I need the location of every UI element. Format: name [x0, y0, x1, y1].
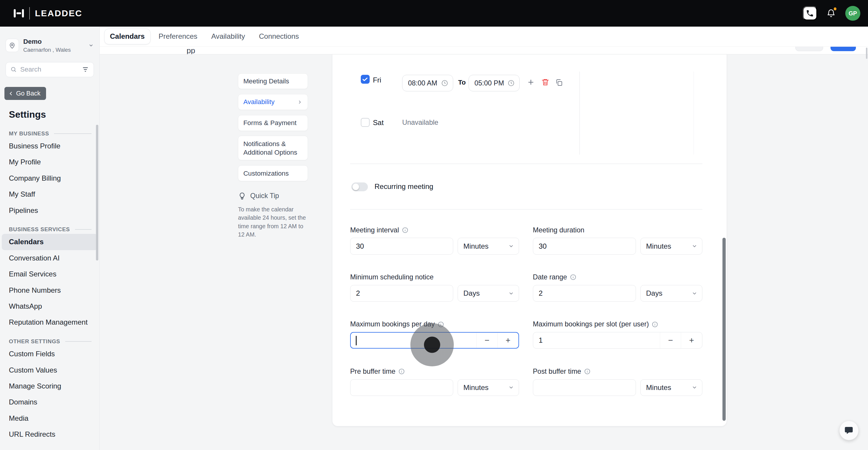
sidebar-item-custom-fields[interactable]: Custom Fields [0, 346, 99, 362]
back-arrow-icon [8, 91, 14, 96]
sidebar-item-pipelines[interactable]: Pipelines [0, 202, 99, 218]
nav-notifications-options[interactable]: Notifications & Additional Options [238, 136, 308, 160]
notifications-button[interactable] [826, 8, 836, 18]
info-icon[interactable] [398, 368, 405, 375]
tab-calendars[interactable]: Calendars [104, 29, 151, 44]
clock-icon [441, 80, 448, 87]
recurring-toggle[interactable] [351, 182, 368, 191]
date-range-input[interactable]: 2 [533, 285, 636, 302]
nav-forms-payment[interactable]: Forms & Payment [238, 115, 308, 131]
info-icon[interactable] [570, 274, 577, 281]
toggle-knob [352, 184, 359, 190]
calendar-settings-nav: Meeting Details Availability Forms & Pay… [238, 73, 308, 181]
nav-customizations[interactable]: Customizations [238, 165, 308, 181]
nav-label: Customizations [243, 169, 289, 178]
tab-preferences[interactable]: Preferences [153, 29, 203, 44]
sidebar-item-conversation-ai[interactable]: Conversation AI [0, 250, 99, 266]
go-back-button[interactable]: Go Back [4, 87, 46, 100]
window-scrollbar[interactable] [866, 48, 868, 59]
nav-availability[interactable]: Availability [238, 94, 308, 110]
decrement-button[interactable]: − [660, 332, 681, 348]
copy-icon[interactable] [555, 79, 563, 86]
location-selector[interactable]: Demo Caernarfon , Wales [6, 35, 94, 56]
location-text: Demo Caernarfon , Wales [23, 38, 84, 53]
sidebar-item-url-redirects[interactable]: URL Redirects [0, 426, 99, 442]
header-secondary-button-clipped[interactable] [795, 47, 823, 52]
minimum-notice-unit-select[interactable]: Days [458, 285, 519, 302]
sidebar-item-company-billing[interactable]: Company Billing [0, 170, 99, 186]
quick-tip-body: To make the calendar available 24 hours,… [238, 205, 309, 239]
chat-launcher[interactable] [839, 421, 859, 440]
chevron-down-icon [691, 290, 698, 297]
max-bookings-day-stepper[interactable]: − + [350, 332, 519, 348]
tabbar: Calendars Preferences Availability Conne… [100, 27, 868, 47]
field-max-bookings-per-slot: Maximum bookings per slot (per user) 1 −… [533, 320, 702, 349]
sidebar-item-calendars[interactable]: Calendars [2, 234, 98, 250]
field-label: Maximum bookings per slot (per user) [533, 320, 649, 328]
date-range-unit-select[interactable]: Days [640, 285, 702, 302]
day-label-sat: Sat [373, 118, 384, 127]
minimum-notice-input[interactable]: 2 [350, 285, 453, 302]
sidebar-item-business-profile[interactable]: Business Profile [0, 138, 99, 154]
day-label-fri: Fri [373, 76, 381, 84]
info-icon[interactable] [652, 321, 658, 328]
sidebar-item-manage-scoring[interactable]: Manage Scoring [0, 378, 99, 394]
sidebar-item-my-staff[interactable]: My Staff [0, 186, 99, 202]
decrement-button[interactable]: − [476, 333, 497, 348]
text-caret [356, 336, 356, 345]
tab-availability[interactable]: Availability [206, 29, 251, 44]
info-icon[interactable] [438, 321, 444, 328]
logo-icon [13, 8, 25, 18]
search-input[interactable] [20, 66, 79, 73]
search-filter-icon[interactable] [82, 66, 89, 73]
increment-button[interactable]: + [681, 332, 702, 348]
meeting-duration-input[interactable]: 30 [533, 238, 636, 254]
post-buffer-input[interactable] [533, 379, 636, 396]
meeting-interval-input[interactable]: 30 [350, 238, 453, 254]
sidebar-item-reputation-management[interactable]: Reputation Management [0, 314, 99, 330]
meeting-interval-unit-select[interactable]: Minutes [458, 238, 519, 254]
field-minimum-scheduling-notice: Minimum scheduling notice 2 Days [350, 273, 519, 302]
nav-meeting-details[interactable]: Meeting Details [238, 73, 308, 89]
field-meeting-duration: Meeting duration 30 Minutes [533, 226, 702, 255]
sidebar-item-media[interactable]: Media [0, 411, 99, 426]
fri-start-time-field[interactable]: 08:00 AM [402, 75, 453, 91]
sat-status: Unavailable [402, 118, 438, 126]
sidebar-scrollbar[interactable] [96, 125, 98, 260]
header-primary-button-clipped[interactable] [831, 47, 856, 52]
tab-connections[interactable]: Connections [253, 29, 305, 44]
avatar[interactable]: GP [845, 6, 860, 21]
phone-button[interactable] [803, 6, 817, 21]
sidebar-item-my-profile[interactable]: My Profile [0, 154, 99, 170]
content-scrollbar[interactable] [722, 238, 726, 421]
fri-end-time-field[interactable]: 05:00 PM [469, 75, 520, 91]
increment-button[interactable]: + [497, 333, 519, 348]
chevron-right-icon [297, 99, 303, 105]
field-label: Pre buffer time [350, 367, 395, 375]
add-slot-icon[interactable] [527, 78, 535, 86]
post-buffer-unit-select[interactable]: Minutes [640, 379, 702, 396]
max-bookings-slot-stepper[interactable]: 1 − + [533, 332, 702, 348]
max-bookings-slot-value[interactable]: 1 [533, 332, 660, 348]
info-icon[interactable] [584, 368, 591, 375]
sidebar-item-whatsapp[interactable]: WhatsApp [0, 298, 99, 314]
section-label-my-business: MY BUSINESS [0, 129, 99, 138]
max-bookings-day-value[interactable] [351, 333, 476, 348]
pre-buffer-input[interactable] [350, 379, 453, 396]
unit-value: Days [464, 289, 480, 298]
sidebar-item-domains[interactable]: Domains [0, 394, 99, 410]
field-label: Maximum bookings per day [350, 320, 435, 328]
info-icon[interactable] [402, 227, 409, 233]
pre-buffer-unit-select[interactable]: Minutes [458, 379, 519, 396]
field-label: Post buffer time [533, 367, 581, 375]
sidebar-item-custom-values[interactable]: Custom Values [0, 362, 99, 378]
availability-card: Fri 08:00 AM To 05:00 PM [332, 54, 727, 426]
fri-checkbox[interactable] [361, 75, 370, 84]
sidebar-item-phone-numbers[interactable]: Phone Numbers [0, 282, 99, 298]
nav-label: Availability [243, 97, 275, 106]
sat-checkbox[interactable] [361, 118, 370, 127]
meeting-duration-unit-select[interactable]: Minutes [640, 238, 702, 254]
trash-icon[interactable] [541, 78, 550, 86]
unit-value: Days [646, 289, 662, 298]
sidebar-item-email-services[interactable]: Email Services [0, 266, 99, 282]
